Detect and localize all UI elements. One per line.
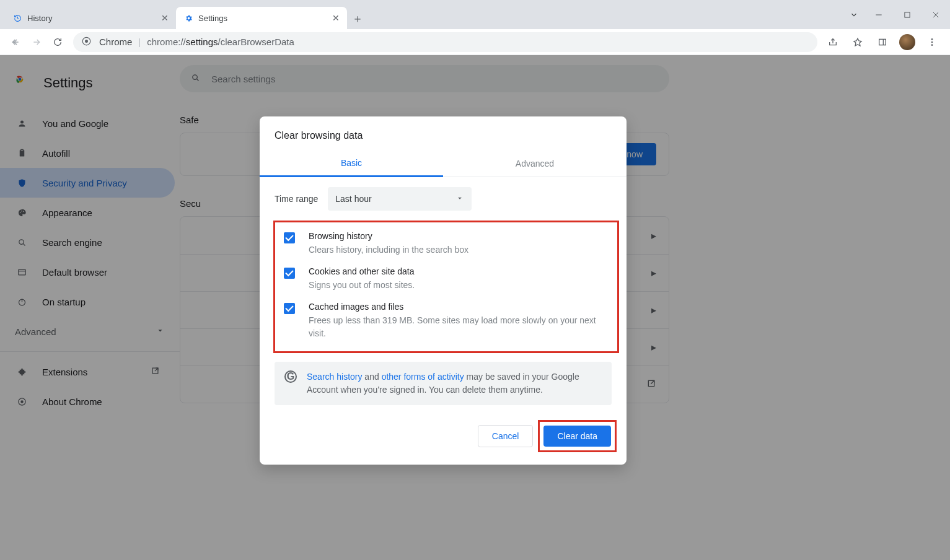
time-range-row: Time range Last hour [260, 177, 627, 221]
bookmark-icon[interactable] [847, 32, 868, 53]
tab-title: Settings [198, 14, 227, 23]
svg-marker-10 [854, 38, 861, 46]
new-tab-button[interactable]: ＋ [347, 8, 368, 29]
maximize-button[interactable] [893, 0, 921, 29]
history-icon [12, 13, 22, 23]
dialog-tabs: Basic Advanced [260, 150, 627, 177]
notice-link-search-history[interactable]: Search history [307, 372, 362, 382]
option-text: Cached images and files Frees up less th… [309, 302, 607, 340]
omnibox-chip: Chrome [99, 37, 132, 47]
tab-advanced[interactable]: Advanced [443, 150, 627, 177]
window-controls [843, 0, 950, 29]
share-icon[interactable] [822, 32, 843, 53]
svg-point-8 [85, 40, 88, 43]
tab-basic[interactable]: Basic [260, 150, 443, 177]
notice-text: Search history and other forms of activi… [307, 370, 602, 396]
close-window-button[interactable] [921, 0, 950, 29]
address-bar[interactable]: Chrome | chrome://settings/clearBrowserD… [73, 32, 817, 52]
chrome-icon [82, 37, 93, 48]
option-description: Clears history, including in the search … [309, 243, 607, 256]
chevron-down-icon [455, 194, 464, 204]
dialog-title: Clear browsing data [260, 116, 627, 150]
option-label: Browsing history [309, 231, 607, 241]
option-browsing-history[interactable]: Browsing history Clears history, includi… [279, 226, 612, 261]
svg-rect-11 [879, 39, 886, 45]
tab-settings[interactable]: Settings ✕ [176, 7, 347, 29]
checkbox-checked[interactable] [284, 303, 295, 314]
svg-marker-39 [458, 197, 462, 199]
tab-history[interactable]: History ✕ [5, 7, 176, 29]
gear-icon [183, 13, 193, 23]
close-icon[interactable]: ✕ [332, 13, 340, 23]
svg-point-15 [931, 44, 933, 46]
option-label: Cookies and other site data [309, 266, 607, 276]
toolbar-actions [822, 32, 945, 53]
omnibox-separator: | [138, 37, 141, 47]
forward-button[interactable] [26, 32, 47, 53]
clear-data-dialog: Clear browsing data Basic Advanced Time … [260, 116, 627, 465]
option-description: Signs you out of most sites. [309, 279, 607, 292]
omnibox-url: chrome://settings/clearBrowserData [147, 37, 294, 47]
google-icon: G [284, 370, 297, 383]
option-label: Cached images and files [309, 302, 607, 312]
svg-rect-1 [905, 12, 910, 17]
browser-toolbar: Chrome | chrome://settings/clearBrowserD… [0, 29, 950, 55]
tab-search-button[interactable] [843, 0, 864, 29]
menu-icon[interactable] [921, 32, 943, 53]
tab-strip: History ✕ Settings ✕ ＋ [0, 0, 368, 29]
cancel-button[interactable]: Cancel [478, 425, 534, 447]
time-range-value: Last hour [335, 194, 371, 204]
annotation-highlight: Browsing history Clears history, includi… [273, 221, 619, 353]
google-account-notice: G Search history and other forms of acti… [275, 362, 612, 405]
reload-button[interactable] [47, 32, 68, 53]
tab-title: History [27, 14, 52, 23]
notice-link-other-activity[interactable]: other forms of activity [382, 372, 464, 382]
annotation-highlight: Clear data [538, 420, 617, 452]
option-text: Browsing history Clears history, includi… [309, 231, 607, 256]
profile-avatar[interactable] [897, 32, 918, 53]
back-button[interactable] [5, 32, 26, 53]
close-icon[interactable]: ✕ [161, 13, 169, 23]
checkbox-checked[interactable] [284, 232, 295, 243]
minimize-button[interactable] [864, 0, 893, 29]
svg-point-14 [931, 41, 933, 43]
checkbox-checked[interactable] [284, 268, 295, 279]
time-range-select[interactable]: Last hour [328, 187, 472, 211]
time-range-label: Time range [275, 194, 318, 204]
svg-point-13 [931, 38, 933, 40]
option-text: Cookies and other site data Signs you ou… [309, 266, 607, 292]
clear-data-button[interactable]: Clear data [543, 426, 611, 447]
browser-titlebar: History ✕ Settings ✕ ＋ [0, 0, 950, 29]
option-cookies[interactable]: Cookies and other site data Signs you ou… [279, 261, 612, 297]
side-panel-icon[interactable] [872, 32, 893, 53]
option-description: Frees up less than 319 MB. Some sites ma… [309, 314, 607, 340]
option-cached[interactable]: Cached images and files Frees up less th… [279, 297, 612, 345]
dialog-actions: Cancel Clear data [260, 405, 627, 452]
